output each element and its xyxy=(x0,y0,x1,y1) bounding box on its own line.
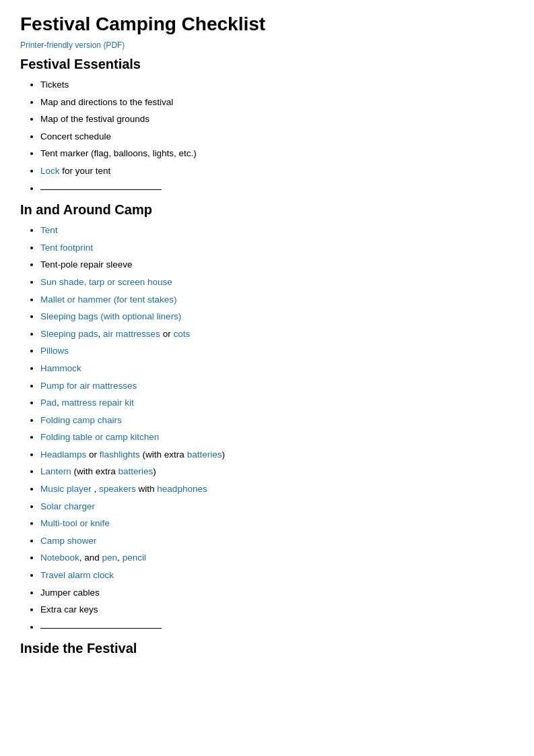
link-pillows[interactable]: Pillows xyxy=(40,346,69,356)
link-flashlights[interactable]: flashlights xyxy=(100,449,140,460)
list-item: Concert schedule xyxy=(40,129,514,144)
list-item: Tent footprint xyxy=(40,241,514,255)
list-item: Sun shade, tarp or screen house xyxy=(40,275,514,290)
list-item: Camp shower xyxy=(40,534,514,548)
section-list-1: TentTent footprintTent-pole repair sleev… xyxy=(20,223,514,634)
list-item: Hammock xyxy=(40,361,514,376)
list-item: Extra car keys xyxy=(40,602,514,617)
link-sleeping-pads[interactable]: Sleeping pads xyxy=(40,329,98,339)
list-item: Folding table or camp kitchen xyxy=(40,430,514,445)
page-title: Festival Camping Checklist xyxy=(20,13,514,35)
link-folding-camp-chairs[interactable]: Folding camp chairs xyxy=(40,415,122,425)
link-hammock[interactable]: Hammock xyxy=(40,363,81,373)
list-item: Music player , speakers with headphones xyxy=(40,482,514,497)
link-camp-shower[interactable]: Camp shower xyxy=(40,536,96,546)
list-item: Lantern (with extra batteries) xyxy=(40,464,514,479)
list-item: Pillows xyxy=(40,344,514,358)
link-speakers[interactable]: speakers xyxy=(99,484,136,494)
section-heading-0: Festival Essentials xyxy=(20,57,514,72)
link-air-mattresses[interactable]: air mattresses xyxy=(103,329,160,339)
link-batteries[interactable]: batteries xyxy=(187,449,222,460)
section-list-0: TicketsMap and directions to the festiva… xyxy=(20,77,514,195)
link-tent[interactable]: Tent xyxy=(40,225,58,235)
link-tent-footprint[interactable]: Tent footprint xyxy=(40,243,93,253)
link-travel-alarm-clock[interactable]: Travel alarm clock xyxy=(40,570,114,580)
list-item: Notebook, and pen, pencil xyxy=(40,550,514,565)
link-sun-shade,-tarp-or-screen-house[interactable]: Sun shade, tarp or screen house xyxy=(40,277,172,287)
link-pen[interactable]: pen xyxy=(102,553,118,563)
list-item: Mallet or hammer (for tent stakes) xyxy=(40,292,514,307)
link-batteries[interactable]: batteries xyxy=(119,466,154,476)
printer-link[interactable]: Printer-friendly version (PDF) xyxy=(20,40,125,50)
link-lock[interactable]: Lock xyxy=(40,166,60,176)
link-music-player[interactable]: Music player xyxy=(40,484,92,494)
list-item xyxy=(40,181,514,196)
list-item: Jumper cables xyxy=(40,586,514,600)
link-pump-for-air-mattresses[interactable]: Pump for air mattresses xyxy=(40,381,137,391)
list-item: Tent marker (flag, balloons, lights, etc… xyxy=(40,146,514,161)
page-container: Festival Camping Checklist Printer-frien… xyxy=(20,13,514,656)
list-item: Lock for your tent xyxy=(40,164,514,179)
list-item: Folding camp chairs xyxy=(40,413,514,428)
link-lantern[interactable]: Lantern xyxy=(40,466,71,476)
list-item: Map of the festival grounds xyxy=(40,112,514,127)
link-cots[interactable]: cots xyxy=(173,329,190,339)
link-pad[interactable]: Pad xyxy=(40,398,57,408)
link-pencil[interactable]: pencil xyxy=(123,553,146,563)
link-notebook[interactable]: Notebook xyxy=(40,553,79,563)
link-mallet-or-hammer-for-tent-stakes[interactable]: Mallet or hammer (for tent stakes) xyxy=(40,294,177,305)
list-item: Tent-pole repair sleeve xyxy=(40,257,514,272)
section-heading-1: In and Around Camp xyxy=(20,202,514,218)
list-item: Solar charger xyxy=(40,499,514,514)
link-multi-tool-or-knife[interactable]: Multi-tool or knife xyxy=(40,518,110,528)
list-item: Map and directions to the festival xyxy=(40,95,514,110)
link-headlamps[interactable]: Headlamps xyxy=(40,449,86,460)
link-folding-table-or-camp-kitchen[interactable]: Folding table or camp kitchen xyxy=(40,432,159,442)
list-item: Sleeping pads, air mattresses or cots xyxy=(40,327,514,342)
link-solar-charger[interactable]: Solar charger xyxy=(40,501,95,511)
link-headphones[interactable]: headphones xyxy=(157,484,207,494)
list-item: Tent xyxy=(40,223,514,238)
list-item: Headlamps or flashlights (with extra bat… xyxy=(40,447,514,462)
list-item: Pad, mattress repair kit xyxy=(40,396,514,410)
list-item: Pump for air mattresses xyxy=(40,379,514,393)
section-2: Inside the Festival xyxy=(20,641,514,656)
list-item: Sleeping bags (with optional liners) xyxy=(40,309,514,324)
list-item: Tickets xyxy=(40,77,514,92)
link-mattress-repair-kit[interactable]: mattress repair kit xyxy=(62,398,134,408)
link-sleeping-bags-with-optional-liners[interactable]: Sleeping bags (with optional liners) xyxy=(40,311,181,321)
section-1: In and Around CampTentTent footprintTent… xyxy=(20,202,514,634)
list-item: Travel alarm clock xyxy=(40,568,514,583)
section-0: Festival EssentialsTicketsMap and direct… xyxy=(20,57,514,195)
list-item: Multi-tool or knife xyxy=(40,516,514,531)
section-heading-2: Inside the Festival xyxy=(20,641,514,656)
list-item xyxy=(40,620,514,635)
